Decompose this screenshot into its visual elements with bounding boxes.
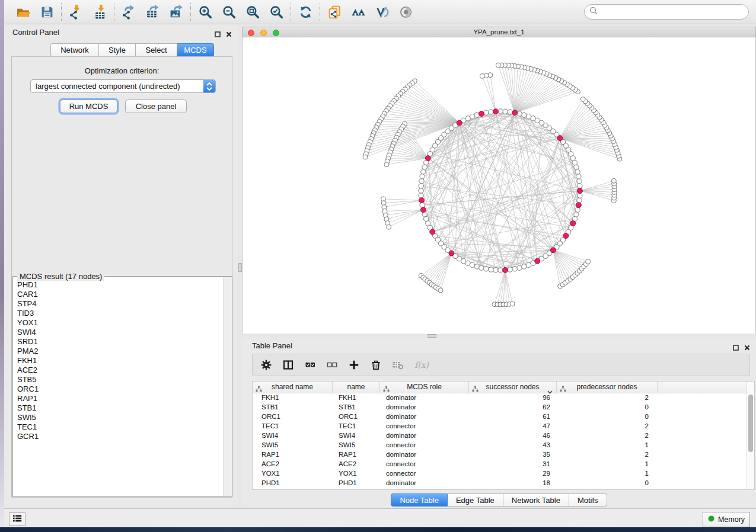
network-canvas[interactable] <box>242 37 756 334</box>
leaf-node[interactable] <box>496 63 500 68</box>
result-list-item[interactable]: SWI4 <box>14 328 221 337</box>
result-list-item[interactable]: SRD1 <box>14 337 221 347</box>
ring-node[interactable] <box>420 203 425 207</box>
duplicate-network-icon[interactable] <box>326 4 343 20</box>
ring-node[interactable] <box>517 265 522 270</box>
ring-node[interactable] <box>575 207 580 212</box>
close-panel-button[interactable]: Close panel <box>125 100 187 113</box>
ring-node[interactable] <box>479 265 484 270</box>
tab-motifs[interactable]: Motifs <box>569 493 607 507</box>
column-header-name[interactable]: name <box>333 382 380 393</box>
hub-node[interactable] <box>421 207 426 213</box>
memory-button[interactable]: Memory <box>703 512 750 527</box>
hub-node[interactable] <box>570 221 576 226</box>
table-row[interactable]: ACE2ACE2connector311 <box>253 459 747 469</box>
result-list-item[interactable]: GCR1 <box>14 432 221 441</box>
clear-all-checkboxes-icon[interactable] <box>326 358 338 371</box>
tab-edge-table[interactable]: Edge Table <box>448 493 503 507</box>
refresh-view-icon[interactable] <box>297 4 314 20</box>
ring-node[interactable] <box>419 193 423 198</box>
ring-node[interactable] <box>484 110 489 115</box>
settings-icon[interactable] <box>260 358 272 371</box>
result-list-item[interactable]: STB5 <box>14 375 221 384</box>
run-mcds-button[interactable]: Run MCDS <box>60 100 117 113</box>
splitter-handle[interactable] <box>238 263 242 272</box>
result-list-item[interactable]: STB1 <box>14 403 221 413</box>
result-list-item[interactable]: TEC1 <box>14 422 221 432</box>
leaf-node[interactable] <box>510 302 515 306</box>
export-network-icon[interactable] <box>120 4 137 20</box>
ring-node[interactable] <box>522 113 527 117</box>
open-file-icon[interactable] <box>15 4 31 20</box>
column-header-successor-nodes[interactable]: successor nodes <box>469 382 557 393</box>
ring-node[interactable] <box>508 267 512 272</box>
tab-style[interactable]: Style <box>99 43 136 57</box>
ring-node[interactable] <box>512 267 517 271</box>
hub-node[interactable] <box>503 267 508 273</box>
result-list-item[interactable]: PMA2 <box>14 347 221 356</box>
tab-network[interactable]: Network <box>50 43 99 57</box>
ring-node[interactable] <box>574 212 579 217</box>
select-all-checkboxes-icon[interactable] <box>304 358 316 371</box>
ring-node[interactable] <box>420 174 425 179</box>
hub-node[interactable] <box>425 156 430 161</box>
hub-node[interactable] <box>578 188 583 194</box>
ring-node[interactable] <box>503 109 508 114</box>
toggle-graphics-details-icon[interactable] <box>374 4 390 20</box>
ring-node[interactable] <box>578 193 582 198</box>
ring-node[interactable] <box>493 268 498 273</box>
table-row[interactable]: ORC1ORC1dominator610 <box>253 412 747 421</box>
result-list-item[interactable]: PHD1 <box>14 280 221 290</box>
table-row[interactable]: SWI5SWI5connector431 <box>253 440 747 450</box>
close-panel-icon[interactable] <box>226 29 232 40</box>
tab-select[interactable]: Select <box>136 43 177 57</box>
column-header-predecessor-nodes[interactable]: predecessor nodes <box>557 382 658 393</box>
show-columns-icon[interactable] <box>282 358 294 371</box>
result-list-item[interactable]: CAR1 <box>14 290 221 299</box>
hub-node[interactable] <box>535 258 540 264</box>
result-scrollbar[interactable] <box>223 277 232 496</box>
horizontal-splitter[interactable] <box>242 334 756 338</box>
hub-node[interactable] <box>449 251 454 256</box>
leaf-node[interactable] <box>480 73 484 78</box>
hub-node[interactable] <box>479 111 484 117</box>
export-table-icon[interactable] <box>144 4 161 20</box>
result-list-item[interactable]: RAP1 <box>14 394 221 403</box>
ring-node[interactable] <box>474 264 479 269</box>
ring-node[interactable] <box>576 174 581 179</box>
float-panel-icon[interactable] <box>733 342 739 353</box>
hub-node[interactable] <box>512 110 518 116</box>
hub-node[interactable] <box>430 229 435 235</box>
ring-node[interactable] <box>577 198 582 203</box>
table-scrollbar[interactable] <box>747 382 754 489</box>
table-row[interactable]: PHD1PHD1dominator180 <box>253 478 747 488</box>
export-image-icon[interactable] <box>168 4 184 20</box>
ring-node[interactable] <box>498 109 503 114</box>
leaf-node[interactable] <box>438 288 443 293</box>
hub-node[interactable] <box>557 136 563 141</box>
birdseye-view-icon[interactable] <box>397 4 414 20</box>
tab-node-table[interactable]: Node Table <box>391 493 448 507</box>
table-row[interactable]: YOX1YOX1connector291 <box>253 469 747 478</box>
result-list-item[interactable]: STP4 <box>14 299 221 309</box>
result-list-item[interactable]: ACE2 <box>14 366 221 375</box>
import-network-icon[interactable] <box>68 4 84 20</box>
ring-node[interactable] <box>517 111 522 116</box>
ring-node[interactable] <box>422 165 427 169</box>
leaf-node[interactable] <box>611 178 616 183</box>
hub-node[interactable] <box>457 120 462 126</box>
network-window-titlebar[interactable]: YPA_prune.txt_1 <box>242 27 756 37</box>
ring-node[interactable] <box>508 110 512 114</box>
result-list-item[interactable]: FKH1 <box>14 356 221 366</box>
table-row[interactable]: TEC1TEC1connector472 <box>253 421 747 431</box>
leaf-node[interactable] <box>363 155 368 159</box>
search-network-icon[interactable] <box>350 4 366 20</box>
zoom-fit-icon[interactable] <box>244 4 261 20</box>
network-graph[interactable] <box>243 37 755 332</box>
ring-node[interactable] <box>419 179 424 184</box>
hub-node[interactable] <box>576 203 581 208</box>
zoom-selected-icon[interactable] <box>268 4 285 20</box>
close-panel-icon[interactable] <box>744 342 750 353</box>
tab-network-table[interactable]: Network Table <box>503 493 569 507</box>
hub-node[interactable] <box>419 198 425 203</box>
